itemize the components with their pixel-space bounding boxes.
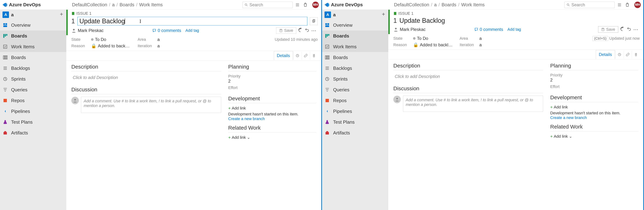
project-header[interactable]: A a [0,10,66,20]
project-icon: A [2,12,9,18]
project-header[interactable]: A a [322,10,388,20]
sidebar-item-queries[interactable]: Queries [0,84,66,95]
sidebar-item-workitems[interactable]: Work Items [322,41,388,52]
sidebar: A a Overview Boards Work Items Boards [322,10,388,210]
sidebar-item-backlogs[interactable]: Backlogs [322,63,388,74]
assigned-to[interactable]: Mark Pleskac [393,27,426,32]
tab-details[interactable]: Details [274,51,293,60]
add-related-link-button[interactable]: Add link ⌄ [228,135,316,140]
actions-button[interactable] [627,27,631,32]
title-input[interactable]: Update Backlog I [78,17,307,26]
sidebar-item-boards[interactable]: Boards [0,31,66,41]
discussion-input[interactable]: Add a comment. Use # to link a work item… [403,96,543,112]
dev-status-text: Development hasn't started on this item. [228,112,316,116]
add-dev-link-button[interactable]: Add link [550,105,638,110]
crumb-workitems[interactable]: Work Items [139,2,163,8]
sidebar-item-artifacts[interactable]: Artifacts [0,127,66,138]
save-button[interactable]: Save [276,27,296,34]
discussion-input[interactable]: Add a comment. Use # to link a work item… [81,97,221,113]
priority-value[interactable]: 2 [228,79,316,84]
crumb-boards[interactable]: Boards [442,2,456,8]
shopping-bag-icon[interactable] [303,3,308,7]
search-input[interactable]: Search [242,2,292,8]
crumb-project[interactable]: a [434,2,437,8]
crumb-boards[interactable]: Boards [120,2,134,8]
save-button[interactable]: Save [598,26,618,33]
copy-link-button[interactable] [310,17,318,25]
comments-link[interactable]: 0 comments [152,28,181,33]
sidebar-item-overview[interactable]: Overview [0,20,66,31]
sidebar-item-sprints[interactable]: Sprints [0,74,66,84]
area-value[interactable]: a [157,37,177,42]
add-tag-button[interactable]: Add tag [186,28,199,33]
refresh-icon [298,28,303,32]
tab-history[interactable] [615,51,623,59]
user-avatar[interactable]: MH [312,2,319,8]
tab-links[interactable] [624,51,632,59]
title-text[interactable]: Update Backlog [400,17,640,25]
list-icon[interactable] [617,3,622,7]
sidebar-item-queries[interactable]: Queries [322,84,388,95]
comments-link[interactable]: 0 comments [474,27,503,32]
sidebar-item-testplans[interactable]: Test Plans [0,117,66,127]
more-actions-button[interactable]: ⋯ [633,27,638,33]
refresh-button[interactable] [620,27,625,32]
add-dev-link-button[interactable]: Add link [228,106,316,111]
area-value[interactable]: a [479,36,499,41]
shopping-bag-icon[interactable] [625,3,630,7]
state-value[interactable]: To Do [413,36,460,41]
title-row: 1 Update Backlog [393,17,640,25]
sidebar-item-backlogs[interactable]: Backlogs [0,63,66,74]
tab-history[interactable] [293,52,301,60]
create-branch-link[interactable]: Create a new branch [550,115,638,120]
crumb-collection[interactable]: DefaultCollection [72,2,107,8]
discussion-row: Add a comment. Use # to link a work item… [71,97,221,113]
sidebar-item-pipelines[interactable]: Pipelines [0,106,66,117]
tab-attachments[interactable] [632,51,640,59]
sidebar-label: Artifacts [333,130,350,136]
reason-value[interactable]: 🔒Added to back… [91,44,138,49]
priority-value[interactable]: 2 [550,78,638,83]
tab-links[interactable] [302,52,310,60]
iteration-value[interactable]: a [157,44,177,49]
svg-rect-28 [327,34,328,37]
sidebar-item-sprints[interactable]: Sprints [322,74,388,84]
history-icon [618,53,622,57]
sidebar-item-overview[interactable]: Overview [322,20,388,31]
add-tag-button[interactable]: Add tag [508,27,521,32]
crumb-workitems[interactable]: Work Items [461,2,485,8]
crumb-project[interactable]: a [112,2,115,8]
brand-logo[interactable]: Azure DevOps [2,2,41,8]
add-project-button[interactable] [59,12,64,18]
reason-value[interactable]: 🔒Added to backl… [413,42,460,47]
sidebar-item-pipelines[interactable]: Pipelines [322,106,388,117]
sidebar-item-workitems[interactable]: Work Items [0,41,66,52]
user-avatar[interactable]: MH [634,2,641,8]
sidebar-item-repos[interactable]: Repos [0,95,66,106]
sidebar-item-boards-sub[interactable]: Boards [0,52,66,63]
more-actions-button[interactable]: ⋯ [311,28,316,34]
state-value[interactable]: To Do [91,37,138,42]
create-branch-link[interactable]: Create a new branch [228,116,316,121]
refresh-button[interactable] [298,28,303,33]
sidebar-item-artifacts[interactable]: Artifacts [322,127,388,138]
sidebar-item-testplans[interactable]: Test Plans [322,117,388,127]
description-input[interactable]: Click to add Description [71,74,221,81]
assigned-to[interactable]: Mark Pleskac [71,28,104,33]
add-related-link-button[interactable]: Add link ⌄ [550,134,638,139]
svg-rect-26 [326,25,329,27]
tab-attachments[interactable] [310,52,318,60]
brand-logo[interactable]: Azure DevOps [324,2,363,8]
list-icon[interactable] [295,3,300,7]
description-input[interactable]: Click to add Description [393,73,543,80]
development-heading: Development [550,94,638,101]
sidebar-item-repos[interactable]: Repos [322,95,388,106]
add-project-button[interactable] [381,12,386,18]
sidebar-item-boards[interactable]: Boards [322,31,388,41]
actions-button[interactable] [305,28,309,33]
iteration-value[interactable]: a [479,42,499,47]
crumb-collection[interactable]: DefaultCollection [394,2,429,8]
tab-details[interactable]: Details [596,50,615,59]
sidebar-item-boards-sub[interactable]: Boards [322,52,388,63]
search-input[interactable]: Search [564,2,614,8]
